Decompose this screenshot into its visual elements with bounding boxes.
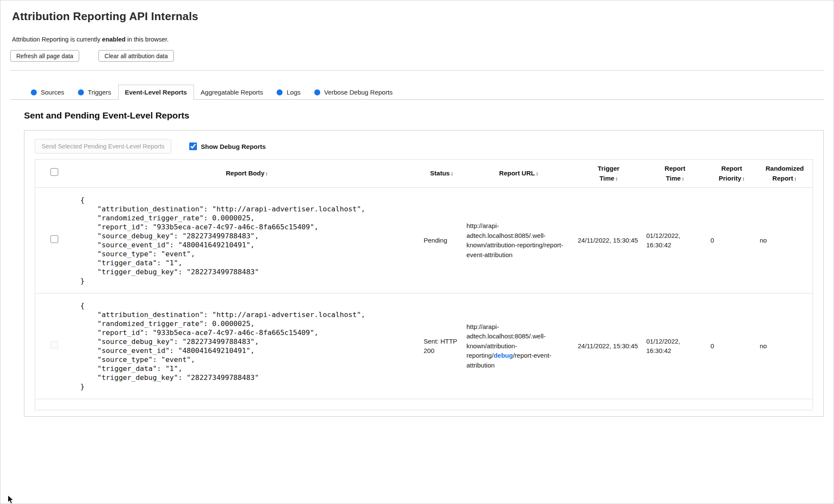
column-header-inner: Report Priority↕ xyxy=(713,164,751,183)
tab-label: Aggregatable Reports xyxy=(201,89,263,96)
row-select-cell xyxy=(35,294,74,399)
report-time-cell: 01/12/2022, 16:30:42 xyxy=(643,188,707,294)
report-body-json: { "attribution_destination": "http://ara… xyxy=(80,196,417,285)
column-header-trigger-time[interactable]: Trigger Time↕ xyxy=(575,160,643,188)
report-body-cell: { "attribution_destination": "http://ara… xyxy=(74,188,420,294)
show-debug-toggle[interactable]: Show Debug Reports xyxy=(189,142,266,150)
panel-controls: Send Selected Pending Event-Level Report… xyxy=(35,139,813,154)
tab-label: Event-Level Reports xyxy=(125,89,187,96)
table-footer-spacer xyxy=(35,399,813,410)
report-row-1: { "attribution_destination": "http://ara… xyxy=(35,188,813,294)
report-time-cell: 01/12/2022, 16:30:42 xyxy=(643,294,707,399)
column-header-report-time[interactable]: Report Time↕ xyxy=(643,160,707,188)
reports-table: Report Body↕Status↕Report URL↕Trigger Ti… xyxy=(35,159,813,410)
tab-label: Sources xyxy=(41,89,64,96)
column-header-report-priority[interactable]: Report Priority↕ xyxy=(707,160,757,188)
randomized-report-cell: no xyxy=(757,188,813,294)
page-title: Attribution Reporting API Internals xyxy=(12,10,822,23)
tab-sources[interactable]: Sources xyxy=(24,85,71,100)
send-selected-pending-reports-button[interactable]: Send Selected Pending Event-Level Report… xyxy=(35,139,171,154)
column-header-report-url[interactable]: Report URL↕ xyxy=(463,160,575,188)
sort-icon: ↕ xyxy=(615,176,618,182)
table-header-row: Report Body↕Status↕Report URL↕Trigger Ti… xyxy=(35,160,813,188)
clear-all-attribution-data-button[interactable]: Clear all attribution data xyxy=(98,50,174,62)
tab-label: Triggers xyxy=(88,89,111,96)
report-url-cell: http://arapi-adtech.localhost:8085/.well… xyxy=(463,188,575,294)
status-emphasis: enabled xyxy=(102,36,125,43)
select-all-header-cell xyxy=(35,160,74,188)
report-url-text: http://arapi-adtech.localhost:8085/.well… xyxy=(467,222,546,249)
tab-bar: SourcesTriggersEvent-Level ReportsAggreg… xyxy=(10,85,824,100)
top-buttons: Refresh all page data Clear all attribut… xyxy=(10,50,824,62)
reports-panel: Send Selected Pending Event-Level Report… xyxy=(24,130,824,417)
sort-icon: ↕ xyxy=(536,171,538,177)
divider xyxy=(10,70,824,71)
tab-label: Verbose Debug Reports xyxy=(324,89,393,96)
status-cell: Pending xyxy=(420,188,463,294)
status-suffix: in this browser. xyxy=(125,36,169,43)
tab-aggregatable-reports[interactable]: Aggregatable Reports xyxy=(194,85,270,100)
blue-dot-icon xyxy=(31,89,37,95)
mouse-cursor xyxy=(7,495,14,504)
column-header-label: Report Body xyxy=(226,169,265,177)
column-header-inner: Trigger Time↕ xyxy=(590,164,628,183)
status-line: Attribution Reporting is currently enabl… xyxy=(12,36,822,43)
column-header-inner: Status↕ xyxy=(430,169,453,178)
show-debug-checkbox[interactable] xyxy=(189,142,197,150)
report-body-json: { "attribution_destination": "http://ara… xyxy=(80,301,417,391)
column-header-inner: Report Time↕ xyxy=(656,164,694,183)
section-heading: Sent and Pending Event-Level Reports xyxy=(24,110,824,121)
table-footer-row xyxy=(35,399,813,410)
row-select-cell xyxy=(35,188,74,294)
status-cell: Sent: HTTP 200 xyxy=(420,294,463,399)
page-content: Attribution Reporting API Internals Attr… xyxy=(0,0,834,417)
column-header-report-body[interactable]: Report Body↕ xyxy=(74,160,420,188)
row-select-checkbox[interactable] xyxy=(51,235,58,243)
tab-verbose-debug-reports[interactable]: Verbose Debug Reports xyxy=(307,85,399,100)
trigger-time-cell: 24/11/2022, 15:30:45 xyxy=(575,294,643,399)
sort-icon: ↕ xyxy=(682,176,684,182)
sort-icon: ↕ xyxy=(794,176,796,182)
column-header-label: Report Priority xyxy=(719,165,742,182)
randomized-report-cell: no xyxy=(757,294,813,399)
column-header-label: Report URL xyxy=(499,169,535,177)
row-select-checkbox xyxy=(51,341,58,349)
report-body-cell: { "attribution_destination": "http://ara… xyxy=(74,294,420,399)
blue-dot-icon xyxy=(314,89,320,95)
tab-triggers[interactable]: Triggers xyxy=(71,85,118,100)
attribution-internals-page: Attribution Reporting API Internals Attr… xyxy=(0,0,834,504)
report-url-cell: http://arapi-adtech.localhost:8085/.well… xyxy=(463,294,575,399)
status-prefix: Attribution Reporting is currently xyxy=(12,36,102,43)
column-header-label: Randomized Report xyxy=(765,165,804,182)
column-header-randomized-report[interactable]: Randomized Report↕ xyxy=(757,160,813,188)
refresh-all-page-data-button[interactable]: Refresh all page data xyxy=(10,50,79,62)
report-priority-cell: 0 xyxy=(707,294,757,399)
tab-event-level-reports[interactable]: Event-Level Reports xyxy=(118,85,194,100)
sort-icon: ↕ xyxy=(742,176,745,182)
blue-dot-icon xyxy=(78,89,84,95)
tab-label: Logs xyxy=(286,89,301,96)
debug-url-highlight: debug xyxy=(494,352,513,359)
select-all-checkbox[interactable] xyxy=(51,168,58,176)
report-row-2: { "attribution_destination": "http://ara… xyxy=(35,294,813,399)
sort-icon: ↕ xyxy=(450,171,453,177)
trigger-time-cell: 24/11/2022, 15:30:45 xyxy=(575,188,643,294)
blue-dot-icon xyxy=(277,89,283,95)
column-header-label: Status xyxy=(430,169,450,177)
sort-icon: ↕ xyxy=(265,171,268,177)
tab-logs[interactable]: Logs xyxy=(270,85,307,100)
report-priority-cell: 0 xyxy=(707,188,757,294)
column-header-inner: Randomized Report↕ xyxy=(765,164,803,183)
column-header-inner: Report Body↕ xyxy=(226,169,268,178)
show-debug-label: Show Debug Reports xyxy=(201,143,266,150)
column-header-status[interactable]: Status↕ xyxy=(420,160,463,188)
column-header-inner: Report URL↕ xyxy=(499,169,538,178)
